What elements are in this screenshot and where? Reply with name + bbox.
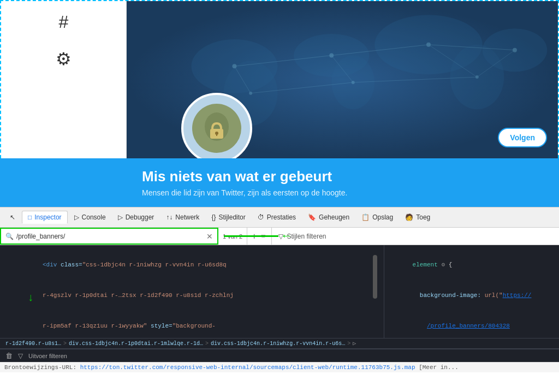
svg-rect-26 bbox=[216, 133, 217, 136]
svg-point-19 bbox=[513, 48, 517, 52]
css-panel: element ⚙ { background-image: url("https… bbox=[384, 245, 559, 338]
filter-label: Uitvoer filteren bbox=[28, 353, 67, 359]
cursor-icon: ↖ bbox=[10, 213, 15, 221]
follow-button[interactable]: Volgen bbox=[498, 128, 547, 147]
tab-debugger[interactable]: ▷ Debugger bbox=[112, 211, 160, 223]
prestaties-label: Prestaties bbox=[267, 213, 296, 221]
profile-avatar bbox=[181, 93, 252, 158]
code-panel: <div class="css-1dbjc4n r-1niwhzg r-vvn4… bbox=[0, 245, 559, 338]
stijleditor-icon: {} bbox=[211, 213, 216, 221]
breadcrumb-sep-2: > bbox=[205, 341, 209, 347]
toegankelijkheid-label: Toeg bbox=[416, 213, 430, 221]
css-line-1: element ⚙ { bbox=[391, 250, 552, 280]
inspector-label: Inspector bbox=[34, 213, 61, 221]
netwerk-icon: ↑↓ bbox=[166, 213, 173, 221]
breadcrumb-item-2[interactable]: div.css-1dbjc4n.r-1p0dtai.r-1mlwlqe.r-1d… bbox=[69, 341, 203, 347]
tab-console[interactable]: ▷ Console bbox=[69, 211, 111, 223]
netwerk-label: Netwerk bbox=[175, 213, 199, 221]
svg-point-21 bbox=[352, 81, 355, 84]
gear-icon[interactable]: ⚙ bbox=[56, 49, 72, 69]
search-row: 🔍 ✕ ← 1 van 2 + ✏ ▽ Stijlen filteren bbox=[0, 228, 559, 245]
svg-point-16 bbox=[233, 64, 237, 68]
console-label: Console bbox=[82, 213, 106, 221]
debugger-icon: ▷ bbox=[118, 213, 123, 221]
annotation-arrow-left: ← bbox=[224, 230, 293, 242]
promo-subtitle: Mensen die lid zijn van Twitter, zijn al… bbox=[142, 188, 543, 197]
opslag-label: Opslag bbox=[372, 213, 393, 221]
tab-opslag[interactable]: 📋 Opslag bbox=[356, 211, 399, 223]
promo-title: Mis niets van wat er gebeurt bbox=[142, 168, 543, 185]
breadcrumb-sep-3: > bbox=[347, 341, 350, 347]
styles-filter: ▽ Stijlen filteren bbox=[272, 228, 559, 245]
opslag-icon: 📋 bbox=[361, 213, 370, 221]
html-scrollbar[interactable] bbox=[373, 255, 377, 299]
console-icon: ▷ bbox=[74, 213, 79, 221]
geheugen-icon: 🔖 bbox=[308, 213, 316, 221]
top-area: # ⚙ bbox=[0, 0, 559, 158]
status-bar: Brontoewijzings-URL: https://ton.twitter… bbox=[0, 362, 559, 372]
search-input-wrap: 🔍 ✕ bbox=[0, 228, 218, 245]
tab-netwerk[interactable]: ↑↓ Netwerk bbox=[160, 211, 205, 223]
avatar-icon bbox=[200, 109, 233, 147]
annotation-arrow-down: ↓ bbox=[27, 292, 34, 304]
html-content: <div class="css-1dbjc4n r-1niwhzg r-vvn4… bbox=[7, 250, 373, 334]
tab-select-mode[interactable]: ↖ bbox=[4, 211, 21, 223]
svg-point-17 bbox=[329, 54, 334, 58]
css-line-3: /profile_banners/804328 bbox=[391, 311, 552, 338]
tab-stijleditor[interactable]: {} Stijleditor bbox=[206, 211, 251, 223]
html-panel: <div class="css-1dbjc4n r-1niwhzg r-vvn4… bbox=[0, 245, 384, 338]
hash-icon[interactable]: # bbox=[59, 12, 69, 32]
status-more[interactable]: [Meer in... bbox=[419, 364, 459, 371]
trash-icon[interactable]: 🗑 bbox=[5, 352, 13, 360]
toegankelijkheid-icon: 🧑 bbox=[405, 213, 413, 221]
html-line-3: r-ipm5af r-13qz1uu r-1wyyakw" style="bac… bbox=[7, 311, 373, 334]
html-line-1: <div class="css-1dbjc4n r-1niwhzg r-vvn4… bbox=[7, 250, 373, 280]
tab-inspector[interactable]: □ Inspector bbox=[22, 211, 68, 224]
debugger-label: Debugger bbox=[126, 213, 154, 221]
search-input[interactable] bbox=[16, 233, 204, 240]
breadcrumb-item-1[interactable]: r-1d2f490.r-u8s1… bbox=[5, 341, 61, 347]
breadcrumb-sep-1: > bbox=[63, 341, 67, 347]
styles-filter-label: Stijlen filteren bbox=[287, 233, 326, 240]
search-icon: 🔍 bbox=[5, 233, 14, 240]
html-line-2: r-4gszlv r-1p0dtai r-…2tsx r-1d2f490 r-u… bbox=[7, 280, 373, 311]
geheugen-label: Geheugen bbox=[319, 213, 349, 221]
stijleditor-label: Stijleditor bbox=[218, 213, 245, 221]
tab-geheugen[interactable]: 🔖 Geheugen bbox=[302, 211, 355, 223]
breadcrumb-chevron-right: ▷ bbox=[353, 340, 356, 347]
svg-point-22 bbox=[475, 75, 479, 79]
sidebar: # ⚙ bbox=[1, 1, 127, 158]
tab-toegankelijkheid[interactable]: 🧑 Toeg bbox=[400, 211, 436, 223]
breadcrumb-item-3[interactable]: div.css-1dbjc4n.r-1niwhzg.r-vvn4in.r-u6s… bbox=[211, 341, 345, 347]
breadcrumb-bar: r-1d2f490.r-u8s1… > div.css-1dbjc4n.r-1p… bbox=[0, 338, 559, 349]
tab-prestaties[interactable]: ⏱ Prestaties bbox=[252, 211, 301, 223]
main-banner: Volgen bbox=[127, 1, 558, 158]
svg-point-18 bbox=[426, 43, 431, 47]
status-url[interactable]: https://ton.twitter.com/responsive-web-i… bbox=[80, 364, 415, 371]
inspector-icon: □ bbox=[28, 213, 32, 221]
css-line-2: background-image: url("https:// bbox=[391, 280, 552, 311]
clear-search-button[interactable]: ✕ bbox=[206, 232, 213, 241]
status-label: Brontoewijzings-URL: bbox=[4, 364, 76, 371]
bottom-toolbar: 🗑 ▽ Uitvoer filteren bbox=[0, 349, 559, 362]
filter-icon: ▽ bbox=[18, 352, 23, 360]
prestaties-icon: ⏱ bbox=[258, 213, 264, 221]
promo-banner: Mis niets van wat er gebeurt Mensen die … bbox=[0, 158, 559, 207]
devtools-tabs: ↖ □ Inspector ▷ Console ▷ Debugger ↑↓ Ne… bbox=[0, 207, 559, 228]
